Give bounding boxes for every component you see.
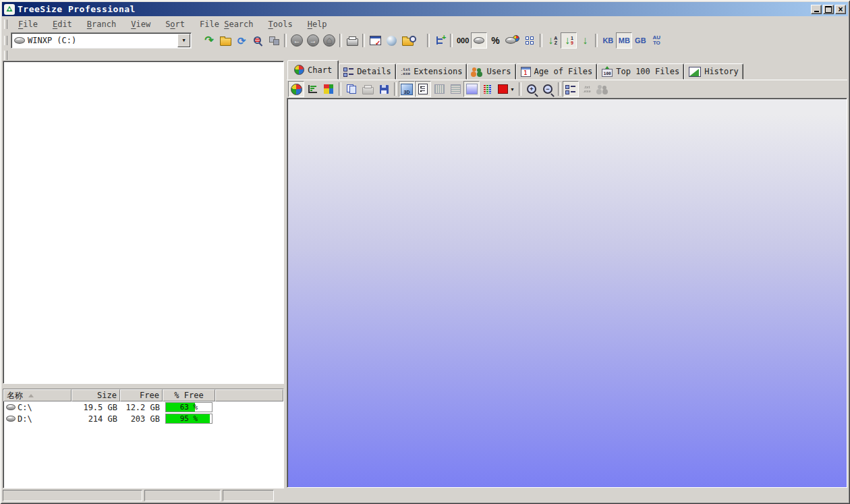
zoom-in-button[interactable]: + xyxy=(523,81,540,97)
unit-gb-button[interactable]: GB xyxy=(632,32,648,49)
menubar-gripper[interactable] xyxy=(4,20,7,29)
close-button[interactable]: × xyxy=(835,5,846,14)
title-bar: TreeSize Professional × xyxy=(2,2,848,16)
chart-extensions-button: .txt.exe xyxy=(579,81,595,97)
tab-top-100-files[interactable]: 100Top 100 Files xyxy=(597,63,684,80)
column-header-pct-free[interactable]: % Free xyxy=(163,389,215,401)
details-list-icon xyxy=(343,67,353,76)
sort-alphabetical-button[interactable]: ↓AZ xyxy=(544,32,561,49)
home-icon: ⌂ xyxy=(323,34,335,47)
chart-vertical-grid-button[interactable] xyxy=(431,81,447,97)
sort-ascending-icon xyxy=(28,394,34,397)
export-button[interactable] xyxy=(266,32,282,49)
show-allocated-button[interactable] xyxy=(503,32,521,49)
menu-bar: File Edit Branch View Sort File Search T… xyxy=(3,18,847,31)
menu-view[interactable]: View xyxy=(123,18,158,30)
menu-branch[interactable]: Branch xyxy=(80,18,123,30)
toolbar-gripper[interactable] xyxy=(4,36,7,45)
scan-button[interactable]: ↷ xyxy=(201,32,217,49)
expand-tree-button[interactable]: + xyxy=(432,32,448,49)
menu-tools[interactable]: Tools xyxy=(261,18,300,30)
column-header-filler xyxy=(215,389,283,401)
forward-button[interactable]: → xyxy=(305,32,321,49)
unit-kb-button[interactable]: KB xyxy=(600,32,616,49)
colored-bars-icon xyxy=(484,85,492,94)
refresh-icon: ⟳ xyxy=(237,36,246,46)
chart-3d-button[interactable]: 3D xyxy=(399,81,415,97)
chart-multicolor-button[interactable] xyxy=(480,81,496,97)
chart-gradient-button[interactable] xyxy=(463,81,480,97)
file-search-button[interactable] xyxy=(399,32,416,49)
calendar-icon: 1 xyxy=(521,67,531,77)
expand-tree-icon: + xyxy=(435,36,445,46)
home-button[interactable]: ⌂ xyxy=(321,32,337,49)
history-chart-icon xyxy=(689,67,701,77)
tab-age-of-files[interactable]: 1Age of Files xyxy=(516,63,598,80)
tab-details[interactable]: Details xyxy=(339,63,396,80)
printer-icon xyxy=(362,87,374,94)
zoom-out-button[interactable]: − xyxy=(540,81,556,97)
column-header-name[interactable]: 名称 xyxy=(3,389,72,401)
back-button[interactable]: ← xyxy=(289,32,305,49)
show-size-button[interactable] xyxy=(471,32,487,49)
chart-save-button[interactable] xyxy=(376,81,392,97)
column-header-free[interactable]: Free xyxy=(120,389,163,401)
open-folder-icon xyxy=(220,38,231,46)
tab-users[interactable]: Users xyxy=(467,63,515,80)
tab-chart[interactable]: Chart xyxy=(287,60,339,80)
combo-dropdown-button[interactable]: ▼ xyxy=(177,34,190,47)
tab-extensions[interactable]: .txt.exeExtensions xyxy=(396,63,468,80)
sort-by-size-button[interactable]: ↓19 xyxy=(561,32,577,49)
maximize-button[interactable] xyxy=(823,5,834,14)
rebar-gripper[interactable] xyxy=(4,51,7,60)
sort-descending-button[interactable]: ↓ xyxy=(577,32,593,49)
chart-labels-button[interactable] xyxy=(415,81,431,97)
chart-copy-button[interactable] xyxy=(343,81,360,97)
main-toolbar: WINXP (C:) ▼ ↷ ⟳ ← → ⌂ + 000 % ↓AZ ↓19 ↓… xyxy=(3,32,847,49)
chart-pie-button[interactable] xyxy=(288,81,304,97)
show-percent-button[interactable]: % xyxy=(487,32,503,49)
minimize-button[interactable] xyxy=(811,5,822,14)
gradient-background-icon xyxy=(466,84,478,94)
right-pane: Chart Details .txt.exeExtensions Users 1… xyxy=(287,61,847,488)
column-header-size[interactable]: Size xyxy=(72,389,120,401)
drive-row-d[interactable]: D:\ 214 GB 203 GB 95 % xyxy=(3,413,283,424)
menu-sort[interactable]: Sort xyxy=(158,18,192,30)
menu-edit[interactable]: Edit xyxy=(45,18,80,30)
chart-treemap-button[interactable] xyxy=(320,81,337,97)
unit-auto-button[interactable]: AUTO xyxy=(648,32,664,49)
chart-horizontal-grid-button[interactable] xyxy=(447,81,463,97)
unit-mb-button[interactable]: MB xyxy=(616,32,632,49)
show-decimals-button[interactable]: 000 xyxy=(455,32,471,49)
status-bar xyxy=(2,489,848,502)
refresh-button[interactable]: ⟳ xyxy=(233,32,250,49)
print-button[interactable] xyxy=(344,32,360,49)
scan-arrow-icon: ↷ xyxy=(204,35,213,46)
drive-row-c[interactable]: C:\ 19.5 GB 12.2 GB 63 % xyxy=(3,401,283,413)
directory-tree[interactable] xyxy=(3,61,284,384)
wizard-button[interactable] xyxy=(383,32,399,49)
zoom-in-icon: + xyxy=(527,84,536,94)
menu-help[interactable]: Help xyxy=(300,18,335,30)
pie-chart-icon xyxy=(294,65,304,75)
tab-history[interactable]: History xyxy=(684,63,743,80)
chart-print-button xyxy=(360,81,376,97)
menu-file-search[interactable]: File Search xyxy=(192,18,260,30)
top-100-icon: 100 xyxy=(602,69,613,77)
options-button[interactable] xyxy=(367,32,383,49)
chart-canvas[interactable] xyxy=(287,98,847,488)
folder-search-icon xyxy=(402,38,414,46)
chart-bar-button[interactable] xyxy=(304,81,320,97)
show-occupied-button[interactable] xyxy=(521,32,538,49)
menu-file[interactable]: File xyxy=(11,18,45,30)
forward-icon: → xyxy=(307,34,319,47)
chart-color-picker-button[interactable]: ▼ xyxy=(496,81,517,97)
path-combo[interactable]: WINXP (C:) ▼ xyxy=(11,32,192,49)
search-drives-button[interactable] xyxy=(250,32,266,49)
open-directory-button[interactable] xyxy=(217,32,233,49)
chart-legend-button[interactable] xyxy=(563,81,579,97)
zeros-icon: 000 xyxy=(457,36,469,45)
horizontal-splitter[interactable] xyxy=(3,383,283,389)
minimize-icon xyxy=(814,11,819,12)
view-tabs: Chart Details .txt.exeExtensions Users 1… xyxy=(287,61,847,80)
